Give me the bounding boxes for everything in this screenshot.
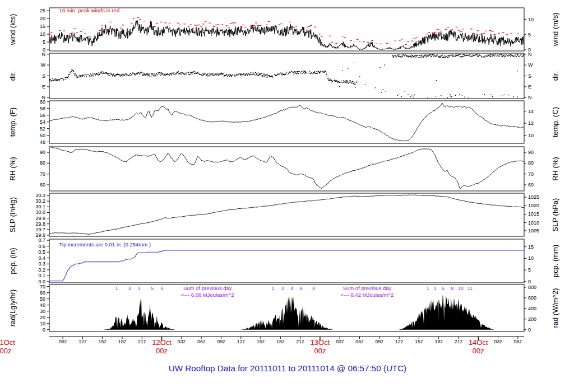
panel-rh: 6070809060708090RH (%)RH (%) bbox=[8, 147, 559, 191]
x-start-date-label: 11Oct bbox=[0, 338, 15, 347]
right-tick-label: 10 bbox=[528, 255, 534, 261]
panel-annotation-rad-16: 5 bbox=[442, 286, 445, 291]
series-rad-day2 bbox=[240, 295, 333, 329]
panel-annotation-wind-0: 10 min. peak winds in red bbox=[59, 7, 120, 13]
right-tick-label: S bbox=[528, 73, 531, 79]
x-tick-label: 18z bbox=[118, 339, 127, 344]
left-tick-label: W bbox=[41, 62, 46, 68]
panel-annotation-rad-19: 11 bbox=[467, 286, 473, 291]
x-tick-label: 18z bbox=[434, 339, 443, 344]
x-tick-label: 09z bbox=[59, 339, 67, 344]
left-tick-label: 0 bbox=[43, 327, 45, 333]
right-tick-label: W bbox=[528, 62, 533, 68]
right-tick-label: 5 bbox=[528, 32, 531, 38]
weather-multipanel-chart: 05101520250510wind (kts)wind (m/s)10 min… bbox=[0, 0, 574, 392]
x-tick-label: 09z bbox=[376, 339, 384, 344]
panel-annotation-rad-1: <--- 6.08 MJoules/m^2 bbox=[181, 292, 234, 298]
panel-annotation-pcp-0: Tip increments are 0.01 in. (0.254mm.) bbox=[59, 241, 151, 248]
panel-annotation-rad-18: 10 bbox=[458, 286, 464, 291]
right-tick-label: 15 bbox=[528, 244, 534, 250]
right-tick-label: N bbox=[528, 52, 532, 57]
series-dir-main-b bbox=[392, 54, 525, 58]
left-axis-label-slp: SLP (inHg) bbox=[8, 197, 17, 232]
panel-annotation-rad-14: 1 bbox=[427, 286, 429, 291]
left-tick-label: 25 bbox=[40, 8, 45, 13]
left-tick-label: 30.2 bbox=[35, 198, 45, 204]
right-tick-label: 1025 bbox=[528, 194, 539, 200]
left-tick-label: 54 bbox=[40, 119, 45, 125]
left-tick-label: 0.5 bbox=[38, 249, 45, 255]
left-axis-label-wind: wind (kts) bbox=[8, 14, 17, 46]
x-tick-label: 12z bbox=[237, 339, 245, 344]
right-tick-label: 5 bbox=[528, 267, 531, 273]
panel-annotation-rad-5: 2 bbox=[128, 286, 131, 291]
series-temp-f bbox=[49, 104, 524, 142]
x-tick-label: 21z bbox=[138, 339, 146, 344]
panel-annotation-rad-3: <--- 8.42 MJoules/m^2 bbox=[341, 292, 394, 298]
x-tick-label: 06z bbox=[355, 339, 364, 344]
panel-annotation-rad-8: 6 bbox=[161, 286, 164, 291]
right-axis-label-rad: rad (W/m^2) bbox=[551, 288, 559, 328]
left-tick-label: 15 bbox=[40, 24, 45, 29]
panel-rad: 0102030405060700200400600800rad(Lgly/hr)… bbox=[8, 284, 559, 333]
panel-frame-slp bbox=[49, 193, 524, 236]
left-tick-label: 50 bbox=[40, 133, 45, 138]
right-tick-label: 200 bbox=[528, 316, 536, 322]
left-tick-label: 80 bbox=[40, 160, 45, 166]
x-tick-label: 15z bbox=[415, 339, 423, 344]
left-tick-label: 29.8 bbox=[35, 221, 45, 227]
left-axis-label-temp: temp. (F) bbox=[8, 108, 17, 137]
right-tick-label: 70 bbox=[528, 171, 534, 177]
left-tick-label: 0.7 bbox=[38, 237, 45, 243]
left-tick-label: 60 bbox=[40, 99, 45, 105]
left-tick-label: 30.3 bbox=[35, 193, 45, 198]
right-tick-label: 80 bbox=[528, 160, 534, 166]
left-tick-label: 70 bbox=[40, 284, 45, 290]
panel-annotation-rad-10: 2 bbox=[281, 286, 284, 291]
right-tick-label: 12 bbox=[528, 120, 534, 126]
right-axis-label-pcp: pcp. (mm) bbox=[551, 245, 559, 278]
left-tick-label: 58 bbox=[40, 106, 45, 111]
right-tick-label: 10 bbox=[528, 17, 534, 22]
panel-temp: 48505254565860101214temp. (F)temp. (C) bbox=[8, 99, 559, 145]
panel-annotation-rad-12: 6 bbox=[300, 286, 303, 291]
series-dir-low bbox=[397, 94, 518, 98]
x-date-label: 13Oct bbox=[311, 338, 330, 347]
series-rad-day1 bbox=[104, 298, 175, 330]
left-axis-label-dir: dir. bbox=[8, 71, 17, 81]
series-rad-day3 bbox=[399, 295, 495, 329]
x-tick-label: 03z bbox=[494, 339, 502, 344]
x-tick-label: 06z bbox=[197, 339, 206, 344]
left-tick-label: 0.2 bbox=[38, 267, 45, 273]
right-tick-label: 600 bbox=[528, 295, 536, 301]
left-tick-label: 48 bbox=[40, 139, 45, 145]
right-tick-label: 90 bbox=[528, 150, 534, 155]
right-tick-label: 60 bbox=[528, 182, 534, 188]
x-tick-label: 03z bbox=[178, 339, 186, 344]
left-tick-label: 50 bbox=[40, 296, 45, 302]
right-axis-label-rh: RH (%) bbox=[551, 157, 559, 181]
x-tick-label: 06z bbox=[514, 339, 522, 344]
panel-annotation-rad-15: 3 bbox=[434, 286, 437, 291]
left-tick-label: 0.6 bbox=[38, 244, 45, 249]
x-date-label: 12Oct bbox=[152, 338, 172, 347]
left-axis-label-rh: RH (%) bbox=[8, 157, 17, 181]
left-tick-label: S bbox=[42, 73, 45, 79]
left-tick-label: 5 bbox=[43, 39, 45, 45]
left-tick-label: 56 bbox=[40, 113, 45, 118]
left-tick-label: 30 bbox=[40, 309, 45, 314]
left-tick-label: 29.9 bbox=[35, 216, 45, 221]
panel-annotation-rad-6: 3 bbox=[138, 286, 141, 291]
left-tick-label: 0.4 bbox=[38, 255, 45, 261]
left-tick-label: 30.1 bbox=[35, 204, 45, 209]
x-date-label-hour: 00z bbox=[156, 347, 168, 355]
right-tick-label: 1020 bbox=[528, 203, 539, 208]
right-tick-label: 1005 bbox=[528, 228, 539, 234]
x-axis: 09z12z15z18z21z12Oct00z03z06z09z12z15z18… bbox=[0, 337, 524, 355]
left-tick-label: 90 bbox=[40, 150, 45, 155]
x-tick-label: 15z bbox=[98, 339, 107, 344]
x-tick-label: 15z bbox=[257, 339, 265, 344]
right-tick-label: 14 bbox=[528, 109, 534, 114]
left-tick-label: 40 bbox=[40, 302, 45, 308]
panels-group: 05101520250510wind (kts)wind (m/s)10 min… bbox=[8, 7, 559, 333]
